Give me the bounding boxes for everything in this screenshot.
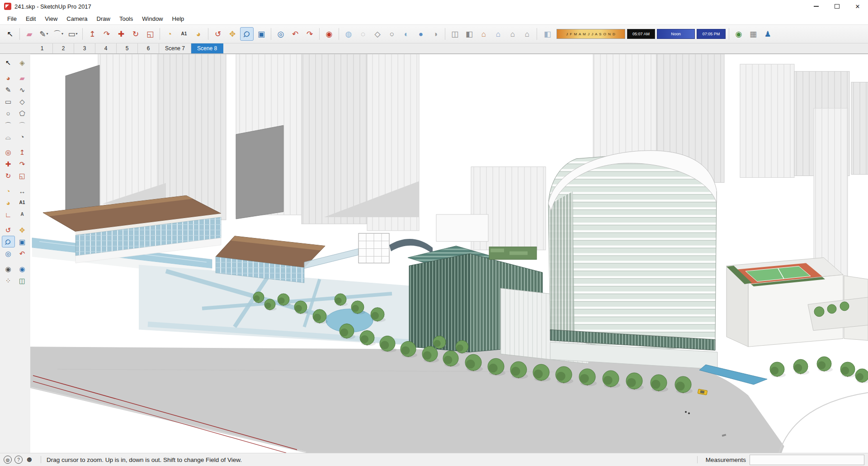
pan-button[interactable]: ✥ [16,224,29,236]
rotate-button[interactable]: ↻ [129,27,142,41]
zoom-window-button[interactable]: ▣ [255,27,268,41]
menu-view[interactable]: View [40,13,62,24]
follow-me-button[interactable]: ↷ [16,158,29,170]
rotate-button[interactable]: ↻ [2,170,15,181]
eraser-button[interactable]: ▰ [23,27,36,41]
select-button[interactable]: ↖ [2,57,15,68]
scene-tab-scene-8[interactable]: Scene 8 [191,43,223,53]
monochrome-button[interactable]: ◑ [429,27,442,41]
model-viewport[interactable] [30,54,868,453]
maximize-button[interactable] [826,0,847,13]
position-camera-button[interactable]: ◉ [322,27,336,41]
scene-tab-1[interactable]: 1 [32,43,53,53]
section-cuts-button[interactable]: ◧ [462,27,476,41]
shaded-with-textures-button[interactable]: ● [414,27,428,41]
dimensions-button[interactable]: ↔ [16,185,29,197]
text-button[interactable]: A1 [177,27,191,41]
protractor-button[interactable]: ◕ [2,197,15,209]
section-plane-button[interactable]: ◫ [16,275,29,286]
move-button[interactable]: ✚ [114,27,128,41]
shadow-month-slider[interactable]: J F M A M J J A S O N D [557,29,625,39]
scene-tab-3[interactable]: 3 [74,43,95,53]
three-point-arc-button[interactable]: ⌓ [2,131,15,143]
circle-button[interactable]: ○ [2,107,15,119]
line-button[interactable]: ✎ [2,84,15,95]
scene-tab-6[interactable]: 6 [138,43,159,53]
menu-edit[interactable]: Edit [21,13,40,24]
shapes-dropdown-icon[interactable]: ▾ [76,32,78,36]
position-camera-button[interactable]: ◉ [2,263,15,275]
zoom-extents-button[interactable]: ◎ [274,27,288,41]
iso-view-button[interactable]: ⌂ [477,27,491,41]
menu-camera[interactable]: Camera [62,13,92,24]
look-around-button[interactable]: ◉ [16,263,29,275]
shadow-time-slider[interactable]: Noon [657,29,695,39]
geolocation-icon[interactable]: ◍ [4,456,12,464]
zoom-extents-button[interactable]: ◎ [2,247,15,259]
front-view-button[interactable]: ⌂ [506,27,519,41]
protractor-button[interactable]: ◕ [192,27,205,41]
scene-tab-4[interactable]: 4 [95,43,117,53]
shadows-toggle-button[interactable]: ◧ [541,27,554,41]
arc-button[interactable]: ⌒▾ [52,27,65,41]
rectangle-button[interactable]: ▭ [2,95,15,107]
menu-tools[interactable]: Tools [115,13,137,24]
zoom-button[interactable]: Ϙ [240,27,254,41]
back-edges-button[interactable]: ◌ [356,27,370,41]
section-plane-button[interactable]: ◫ [448,27,462,41]
scale-button[interactable]: ◱ [143,27,157,41]
walk-button[interactable]: ⁘ [2,275,15,286]
wireframe-button[interactable]: ◇ [371,27,384,41]
zoom-window-button[interactable]: ▣ [16,236,29,247]
measurements-input[interactable] [750,455,864,465]
menu-window[interactable]: Window [137,13,167,24]
make-component-button[interactable]: ◈ [16,57,29,68]
scene-tab-5[interactable]: 5 [117,43,138,53]
push-pull-button[interactable]: ↥ [16,146,29,158]
shaded-button[interactable]: ◐ [400,27,413,41]
move-button[interactable]: ✚ [2,158,15,170]
rotated-rectangle-button[interactable]: ◇ [16,95,29,107]
paint-bucket-button[interactable]: ◕ [2,72,15,84]
select-button[interactable]: ↖ [3,27,17,41]
top-view-button[interactable]: ⌂ [491,27,505,41]
previous-button[interactable]: ↶ [16,247,29,259]
line-button[interactable]: ✎▾ [37,27,51,41]
menu-draw[interactable]: Draw [92,13,115,24]
pie-button[interactable]: ◔ [16,131,29,143]
push-pull-button[interactable]: ↥ [85,27,99,41]
scene-tab-scene-7[interactable]: Scene 7 [159,43,191,53]
two-point-arc-button[interactable]: ⌒ [16,119,29,131]
orbit-button[interactable]: ↺ [2,224,15,236]
axes-button[interactable]: ∟ [2,209,15,220]
close-button[interactable]: ✕ [847,0,868,13]
next-button[interactable]: ↷ [303,27,316,41]
menu-file[interactable]: File [3,13,21,24]
text-button[interactable]: A1 [16,197,29,209]
minimize-button[interactable] [806,0,826,13]
previous-button[interactable]: ↶ [288,27,302,41]
add-location-button[interactable]: ◉ [732,27,745,41]
tape-measure-button[interactable]: ◔ [163,27,176,41]
shapes-button[interactable]: ▭▾ [66,27,80,41]
user-icon[interactable]: ☻ [25,456,33,464]
scale-button[interactable]: ◱ [16,170,29,181]
3d-text-button[interactable]: A [16,209,29,220]
arc-button[interactable]: ⌒ [2,119,15,131]
eraser-button[interactable]: ▰ [16,72,29,84]
tape-measure-button[interactable]: ◔ [2,185,15,197]
x-ray-button[interactable]: ◍ [342,27,355,41]
arc-dropdown-icon[interactable]: ▾ [61,32,63,36]
warehouse-person-button[interactable]: ♟ [761,27,774,41]
offset-button[interactable]: ◎ [2,146,15,158]
line-dropdown-icon[interactable]: ▾ [47,32,48,36]
pan-button[interactable]: ✥ [226,27,239,41]
freehand-button[interactable]: ∿ [16,84,29,95]
scene-tab-2[interactable]: 2 [53,43,74,53]
polygon-button[interactable]: ⬠ [16,107,29,119]
right-view-button[interactable]: ⌂ [520,27,534,41]
hidden-line-button[interactable]: ○ [385,27,399,41]
orbit-button[interactable]: ↺ [211,27,225,41]
menu-help[interactable]: Help [168,13,189,24]
credits-icon[interactable]: ? [14,456,23,464]
